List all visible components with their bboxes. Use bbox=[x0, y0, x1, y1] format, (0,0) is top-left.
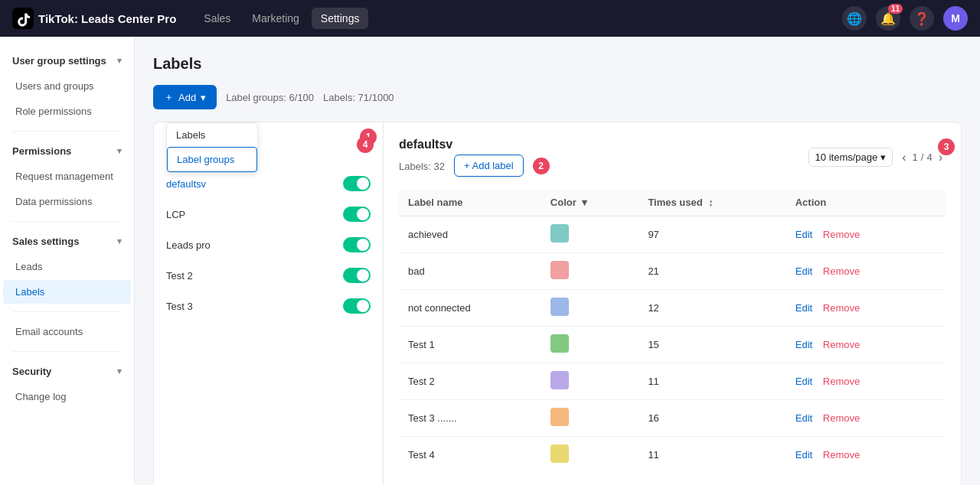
sidebar-divider-2 bbox=[12, 221, 122, 222]
topnav-icons: 🌐 🔔 11 ❓ M bbox=[842, 6, 968, 31]
app-logo-text: TikTok: Leads Center Pro bbox=[38, 12, 176, 25]
sidebar-divider-1 bbox=[12, 131, 122, 132]
toggle-leads-pro[interactable] bbox=[343, 237, 371, 252]
sidebar-item-role-permissions[interactable]: Role permissions bbox=[3, 99, 131, 123]
cell-color bbox=[541, 290, 639, 327]
nav-sales[interactable]: Sales bbox=[194, 8, 240, 29]
color-filter-icon[interactable]: ▾ bbox=[582, 197, 587, 208]
annotation-4: 4 bbox=[357, 136, 374, 153]
cell-label-name: not connected bbox=[399, 290, 541, 327]
col-times-used: Times used ↕ bbox=[639, 189, 786, 216]
app-logo[interactable]: TikTok: Leads Center Pro bbox=[12, 8, 176, 29]
topnav-nav: Sales Marketing Settings bbox=[194, 8, 824, 29]
app-layout: User group settings ▾ Users and groups R… bbox=[0, 37, 980, 485]
cell-label-name: achieved bbox=[399, 216, 541, 253]
cell-times-used: 15 bbox=[639, 327, 786, 363]
notifications-button[interactable]: 🔔 11 bbox=[876, 6, 900, 31]
edit-link[interactable]: Edit bbox=[795, 412, 812, 424]
cell-times-used: 16 bbox=[639, 400, 786, 437]
color-swatch bbox=[550, 371, 569, 389]
remove-link[interactable]: Remove bbox=[823, 339, 860, 350]
col-action: Action bbox=[786, 189, 946, 216]
toggle-test3[interactable] bbox=[343, 298, 371, 314]
prev-page-button[interactable]: ‹ bbox=[899, 149, 909, 166]
right-panel: defaultsv Labels: 32 + Add label 2 3 bbox=[384, 122, 961, 485]
items-per-page-selector[interactable]: 10 items/page ▾ bbox=[808, 148, 893, 167]
current-page: 1 bbox=[913, 151, 918, 163]
chevron-down-icon-2: ▾ bbox=[117, 146, 122, 156]
cell-label-name: bad bbox=[399, 253, 541, 290]
sales-settings-label: Sales settings bbox=[12, 236, 79, 247]
sidebar-item-leads[interactable]: Leads bbox=[3, 255, 131, 278]
label-group-item-test2[interactable]: Test 2 bbox=[154, 260, 383, 291]
chevron-down-icon: ▾ bbox=[117, 56, 122, 66]
items-per-page-label: 10 items/page bbox=[815, 151, 878, 163]
remove-link[interactable]: Remove bbox=[823, 302, 860, 314]
help-button[interactable]: ❓ bbox=[910, 6, 934, 31]
edit-link[interactable]: Edit bbox=[795, 376, 812, 387]
globe-button[interactable]: 🌐 bbox=[842, 6, 867, 31]
labels-table: Label name Color ▾ Times used ↕ bbox=[399, 189, 946, 473]
label-group-item-lcp[interactable]: LCP bbox=[154, 199, 383, 229]
toggle-test2[interactable] bbox=[343, 268, 371, 283]
cell-action: Edit Remove bbox=[786, 327, 946, 363]
chevron-down-icon-4: ▾ bbox=[117, 366, 122, 376]
add-button[interactable]: ＋ Add ▾ bbox=[153, 85, 217, 109]
cell-color bbox=[541, 363, 639, 400]
dropdown-container: Labels Label groups 1 bbox=[154, 122, 383, 132]
edit-link[interactable]: Edit bbox=[795, 265, 812, 277]
nav-settings[interactable]: Settings bbox=[312, 8, 369, 29]
toggle-defaultsv[interactable] bbox=[343, 176, 371, 191]
sidebar-divider-3 bbox=[12, 311, 122, 312]
remove-link[interactable]: Remove bbox=[823, 449, 860, 461]
remove-link[interactable]: Remove bbox=[823, 229, 860, 240]
edit-link[interactable]: Edit bbox=[795, 229, 812, 240]
security-section[interactable]: Security ▾ bbox=[0, 360, 134, 383]
color-swatch bbox=[550, 261, 569, 279]
cell-color bbox=[541, 327, 639, 363]
label-group-item-leads-pro[interactable]: Leads pro bbox=[154, 229, 383, 260]
times-used-sort-icon[interactable]: ↕ bbox=[708, 197, 714, 208]
sidebar-item-users-groups[interactable]: Users and groups bbox=[3, 74, 131, 98]
table-row: Test 3 ....... 16 Edit Remove bbox=[399, 400, 946, 437]
sidebar-item-request-management[interactable]: Request management bbox=[3, 164, 131, 188]
color-swatch bbox=[550, 408, 569, 426]
sidebar: User group settings ▾ Users and groups R… bbox=[0, 37, 135, 485]
label-group-item-test3[interactable]: Test 3 bbox=[154, 291, 383, 321]
toggle-lcp[interactable] bbox=[343, 207, 371, 222]
sidebar-item-labels[interactable]: Labels bbox=[3, 280, 131, 304]
table-row: Test 1 15 Edit Remove bbox=[399, 327, 946, 363]
add-label-button-text: + Add label bbox=[464, 160, 514, 171]
sidebar-item-email-accounts[interactable]: Email accounts bbox=[3, 320, 131, 343]
cell-action: Edit Remove bbox=[786, 363, 946, 400]
label-group-name-test2: Test 2 bbox=[166, 270, 193, 282]
cell-color bbox=[541, 400, 639, 437]
nav-marketing[interactable]: Marketing bbox=[243, 8, 308, 29]
edit-link[interactable]: Edit bbox=[795, 302, 812, 314]
cell-action: Edit Remove bbox=[786, 290, 946, 327]
cell-action: Edit Remove bbox=[786, 216, 946, 253]
sales-settings-section[interactable]: Sales settings ▾ bbox=[0, 229, 134, 253]
remove-link[interactable]: Remove bbox=[823, 265, 860, 277]
sidebar-item-data-permissions[interactable]: Data permissions bbox=[3, 190, 131, 213]
label-group-name-lcp: LCP bbox=[166, 209, 185, 220]
notification-badge: 11 bbox=[888, 4, 903, 14]
dropdown-label-groups[interactable]: Label groups bbox=[167, 147, 257, 172]
user-avatar[interactable]: M bbox=[943, 6, 968, 31]
remove-link[interactable]: Remove bbox=[823, 376, 860, 387]
add-label-button[interactable]: + Add label bbox=[454, 155, 524, 177]
sidebar-item-change-log[interactable]: Change log bbox=[3, 385, 131, 409]
cell-times-used: 21 bbox=[639, 253, 786, 290]
table-row: achieved 97 Edit Remove bbox=[399, 216, 946, 253]
edit-link[interactable]: Edit bbox=[795, 339, 812, 350]
table-row: not connected 12 Edit Remove bbox=[399, 290, 946, 327]
edit-link[interactable]: Edit bbox=[795, 449, 812, 461]
items-per-page-chevron: ▾ bbox=[880, 151, 886, 163]
permissions-section[interactable]: Permissions ▾ bbox=[0, 139, 134, 163]
user-group-settings-section[interactable]: User group settings ▾ bbox=[0, 49, 134, 73]
remove-link[interactable]: Remove bbox=[823, 412, 860, 424]
dropdown-labels[interactable]: Labels bbox=[167, 123, 257, 147]
pagination-controls: 3 10 items/page ▾ ‹ 1 / 4 › bbox=[808, 148, 946, 167]
label-group-item-defaultsv[interactable]: defaultsv bbox=[154, 168, 383, 199]
table-header-row: Label name Color ▾ Times used ↕ bbox=[399, 189, 946, 216]
